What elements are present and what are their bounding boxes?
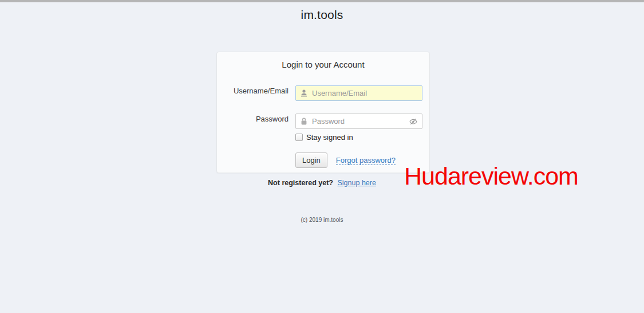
username-field-wrapper [295,85,422,101]
top-border-line [0,0,644,2]
login-button[interactable]: Login [295,152,327,168]
login-actions-row: Login Forgot password? [295,152,396,168]
login-card-title: Login to your Account [217,60,429,69]
password-input[interactable] [295,114,422,129]
stay-signed-in-label: Stay signed in [306,133,353,142]
username-input[interactable] [295,85,422,101]
password-label: Password [217,115,289,123]
forgot-password-link[interactable]: Forgot password? [336,156,396,165]
username-label: Username/Email [217,87,289,95]
signup-prompt: Not registered yet? [268,179,333,187]
site-title: im.tools [301,8,343,21]
login-card: Login to your Account Username/Email Pas… [216,52,430,173]
signup-row: Not registered yet? Signup here [0,179,644,187]
stay-signed-in-row[interactable]: Stay signed in [295,133,353,142]
eye-slash-icon[interactable] [409,117,418,126]
password-field-wrapper [295,114,422,129]
page-header: im.tools [0,8,644,22]
signup-link[interactable]: Signup here [337,179,376,187]
stay-signed-in-checkbox[interactable] [295,134,303,141]
footer-copyright: (c) 2019 im.tools [0,217,644,223]
